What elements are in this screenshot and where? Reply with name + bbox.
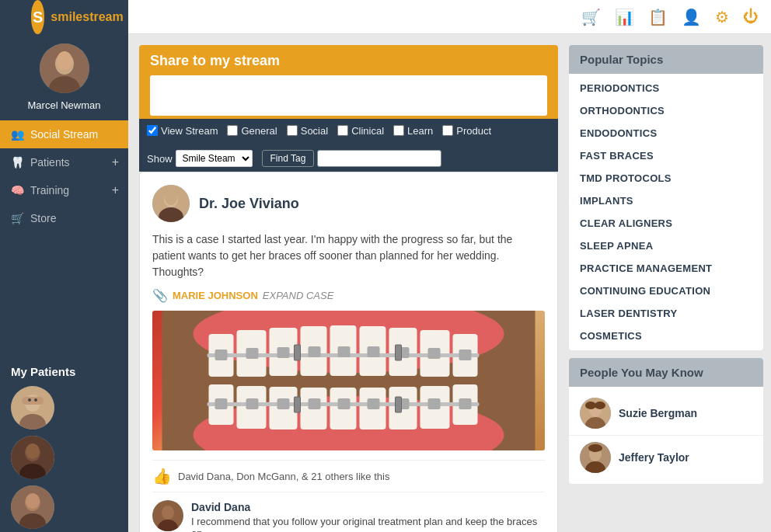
svg-rect-61 [428,398,441,409]
people-header: People You May Know [569,358,763,387]
topic-item[interactable]: ORTHODONTICS [569,99,763,122]
gear-icon[interactable]: ⚙ [715,8,729,26]
sidebar-profile: Marcel Newman [0,34,128,120]
learn-checkbox[interactable] [393,125,404,136]
comment-text: I recommend that you follow your origina… [191,516,545,532]
svg-rect-66 [396,397,402,412]
svg-rect-65 [295,397,301,412]
patients-icon: 🦷 [11,156,24,169]
topic-list: PERIODONTICS ORTHODONTICS ENDODONTICS FA… [569,74,763,350]
share-box: Share to my stream [139,45,558,119]
general-label: General [241,125,277,137]
top-bar: ☰ S smilestream 🛒 📊 📋 👤 ⚙ ⏻ [0,0,771,34]
sidebar-item-social-stream[interactable]: 👥 Social Stream [0,120,128,148]
topic-item[interactable]: SLEEP APNEA [569,235,763,257]
logo-text: smilestream [51,10,123,24]
topic-item-cosmetics[interactable]: COSMETICS [569,325,763,347]
attachment-icon: 📎 [152,288,168,303]
svg-rect-47 [309,346,321,357]
share-toolbar: View Stream General Social Clinical Lear… [139,119,558,172]
view-stream-checkbox-group: View Stream [147,125,218,137]
find-tag-group: Find Tag [262,150,442,167]
view-stream-label: View Stream [161,125,218,137]
svg-point-3 [57,51,72,70]
tag-name[interactable]: MARIE JOHNSON [173,290,258,301]
patient-avatar-2[interactable] [11,436,54,479]
svg-point-74 [595,402,605,409]
svg-point-73 [585,402,596,409]
svg-rect-49 [368,346,380,357]
chart-icon[interactable]: 📊 [615,8,634,26]
training-plus-icon[interactable]: + [112,183,119,197]
person-avatar-jeffery [580,442,611,473]
svg-rect-7 [22,397,44,405]
learn-checkbox-group: Learn [393,125,433,137]
product-checkbox[interactable] [442,125,453,136]
avatar [40,43,89,93]
sidebar-item-patients[interactable]: 🦷 Patients + [0,148,128,176]
expand-case-link[interactable]: EXPAND CASE [263,290,334,301]
topic-item[interactable]: CLEAR ALIGNERS [569,212,763,235]
topic-item[interactable]: PERIODONTICS [569,77,763,99]
show-select[interactable]: Smile Steam [176,150,253,167]
post-author-name: Dr. Joe Viviano [199,196,299,212]
sidebar-nav: 👥 Social Stream 🦷 Patients + 🧠 Training … [0,120,128,356]
svg-point-21 [165,191,177,205]
social-checkbox-group: Social [287,125,328,137]
comment-body: David Dana I recommend that you follow y… [191,500,545,532]
person-name-suzie: Suzie Bergman [619,407,697,419]
person-item-jeffery[interactable]: Jeffery Taylor [569,436,763,479]
power-icon[interactable]: ⏻ [743,8,759,26]
svg-point-13 [26,443,40,459]
svg-rect-54 [215,398,228,409]
patient-avatar-1[interactable] [11,386,54,429]
topic-item[interactable]: IMPLANTS [569,190,763,212]
svg-rect-62 [459,398,472,409]
clinical-checkbox[interactable] [337,125,348,136]
find-tag-input[interactable] [317,150,441,167]
svg-rect-64 [396,345,402,360]
person-avatar-suzie [580,398,611,429]
post-image [152,311,545,450]
svg-point-68 [162,506,174,520]
popular-topics-header: Popular Topics [569,45,763,74]
social-label: Social [301,125,328,137]
svg-rect-48 [338,346,351,357]
sidebar-logo: S smilestream [0,0,128,34]
product-checkbox-group: Product [442,125,491,137]
find-tag-button[interactable]: Find Tag [262,150,315,167]
person-item-suzie[interactable]: Suzie Bergman [569,391,763,436]
sidebar-item-training[interactable]: 🧠 Training + [0,176,128,204]
topic-item[interactable]: FAST BRACES [569,144,763,167]
general-checkbox[interactable] [227,125,238,136]
topic-item[interactable]: ENDODONTICS [569,122,763,144]
svg-point-9 [34,398,37,402]
store-icon: 🛒 [11,212,24,224]
svg-rect-56 [277,398,290,409]
user-icon[interactable]: 👤 [682,8,701,26]
topic-item[interactable]: TMD PROTOCOLS [569,167,763,190]
clinical-label: Clinical [351,125,384,137]
sidebar-item-store[interactable]: 🛒 Store [0,204,128,232]
svg-point-17 [26,493,40,509]
svg-rect-45 [246,348,259,359]
svg-rect-57 [309,398,321,409]
svg-rect-63 [295,345,301,360]
topic-item[interactable]: CONTINUING EDUCATION [569,280,763,302]
view-stream-checkbox[interactable] [147,125,158,136]
layout: Marcel Newman 👥 Social Stream 🦷 Patients… [0,34,771,532]
share-textarea[interactable] [150,75,547,116]
post-body: This is a case I started last year. I'm … [152,231,545,280]
svg-rect-52 [459,349,472,360]
social-checkbox[interactable] [287,125,298,136]
post-author-avatar [152,185,190,222]
topic-item[interactable]: PRACTICE MANAGEMENT [569,257,763,280]
cart-icon[interactable]: 🛒 [581,8,601,26]
topic-item[interactable]: LASER DENTISTRY [569,302,763,325]
comment-author-avatar [152,500,183,531]
svg-rect-59 [368,398,380,409]
like-icon[interactable]: 👍 [152,467,172,485]
calendar-icon[interactable]: 📋 [648,8,668,26]
patients-plus-icon[interactable]: + [112,155,119,169]
patient-avatar-3[interactable] [11,485,54,529]
